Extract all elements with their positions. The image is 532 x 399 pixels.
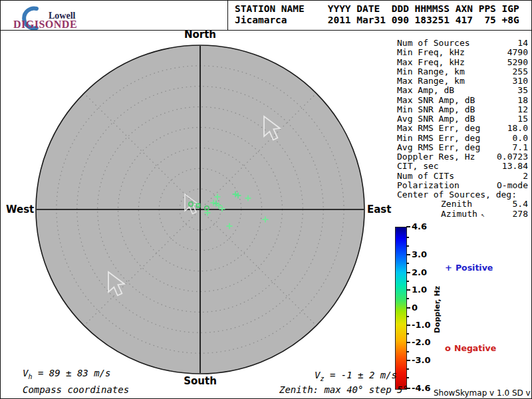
legend-negative-label: Negative	[454, 343, 496, 353]
stats-row: CIT, sec13.84	[397, 162, 528, 171]
stats-row: Min Range, km255	[397, 67, 528, 76]
vertical-velocity-readout: Vz = -1 ± 2 m/s	[315, 370, 397, 382]
stats-row: Avg SNR Amp, dB15	[397, 114, 528, 124]
zenith-scale-note: Zenith: max 40° step 5°	[279, 384, 408, 395]
stats-row: Min Freq, kHz4790	[397, 48, 528, 57]
azimuth-direction-icon: ↖	[477, 211, 485, 218]
circle-marker-icon: o	[445, 343, 451, 353]
stats-row: PolarizationO-mode	[397, 181, 528, 190]
stats-row: Zenith5.4	[397, 200, 528, 209]
stats-row: Num of CITs2	[397, 172, 528, 181]
stats-panel: Num of Sources14Min Freq, kHz4790Max Fre…	[397, 39, 528, 219]
compass-label-north: North	[1, 29, 400, 41]
skymap-window: Lowell DIGISONDE STATION NAME YYYY DATE …	[0, 0, 532, 399]
stats-row: Max Freq, kHz5290	[397, 58, 528, 67]
plus-marker-icon: +	[445, 263, 452, 273]
doppler-colorbar	[395, 227, 407, 390]
compass-label-east: East	[367, 203, 391, 215]
stats-row: Doppler Res, Hz0.0723	[397, 152, 528, 162]
stats-row: Max Range, km310	[397, 76, 528, 86]
colorbar-axis-label: Doppler, Hz	[433, 286, 442, 333]
stats-row: Azimuth ↖278	[397, 209, 528, 219]
legend-positive: +Positive	[445, 263, 493, 273]
stats-row: Max Amp, dB35	[397, 86, 528, 95]
stats-row: Avg RMS Err, deg7.1	[397, 143, 528, 152]
stats-row: Max RMS Err, deg18.0	[397, 124, 528, 133]
coordinates-note: Compass coordinates	[23, 384, 129, 395]
stats-row: Min SNR Amp, dB12	[397, 105, 528, 114]
version-text: ShowSkymap v 1.0 SD v 4.2	[434, 388, 531, 399]
horizontal-velocity-readout: Vh = 89 ± 83 m/s	[23, 368, 110, 380]
stats-row: Center of Sources, deg:	[397, 190, 528, 200]
legend-positive-label: Positive	[456, 263, 493, 273]
skymap-polar-plot	[1, 1, 400, 399]
stats-row: Min RMS Err, deg0.0	[397, 134, 528, 143]
legend-negative: oNegative	[445, 343, 496, 353]
stats-row: Max SNR Amp, dB18	[397, 96, 528, 105]
stats-row: Num of Sources14	[397, 39, 528, 48]
compass-label-west: West	[6, 203, 31, 215]
